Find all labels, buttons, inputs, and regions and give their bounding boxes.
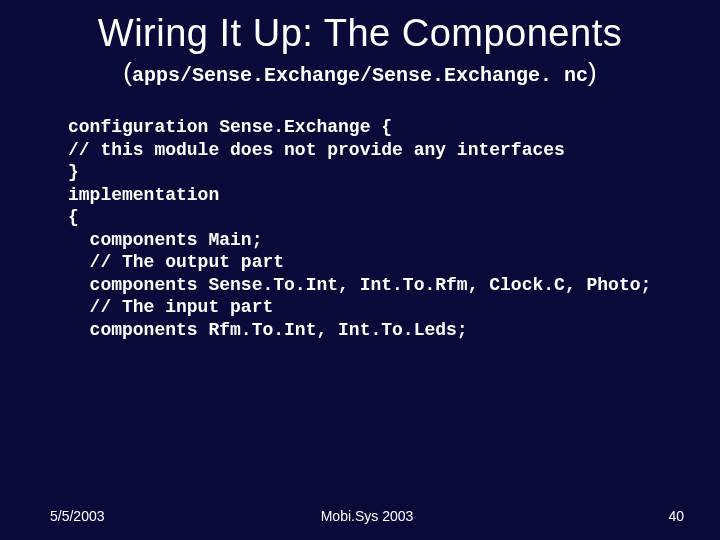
paren-open: (: [123, 57, 132, 87]
subtitle-path: apps/Sense.Exchange/Sense.Exchange. nc: [132, 64, 588, 87]
slide: Wiring It Up: The Components (apps/Sense…: [0, 0, 720, 540]
paren-close: ): [588, 57, 597, 87]
slide-subtitle: (apps/Sense.Exchange/Sense.Exchange. nc): [40, 57, 680, 88]
slide-title: Wiring It Up: The Components: [40, 12, 680, 55]
footer-venue: Mobi.Sys 2003: [50, 508, 684, 524]
footer: 5/5/2003 Mobi.Sys 2003 40: [50, 508, 684, 524]
code-block: configuration Sense.Exchange { // this m…: [68, 116, 680, 341]
